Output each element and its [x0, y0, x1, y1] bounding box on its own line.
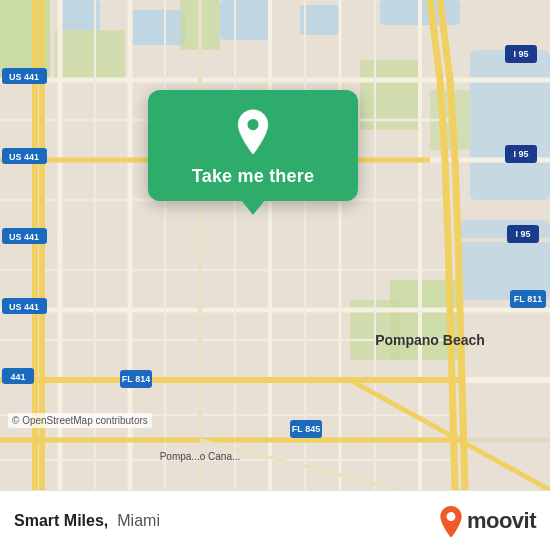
moovit-logo: moovit [437, 505, 536, 537]
svg-point-72 [446, 512, 455, 521]
copyright-notice: © OpenStreetMap contributors [8, 413, 152, 428]
svg-text:US 441: US 441 [9, 72, 39, 82]
svg-text:FL 814: FL 814 [122, 374, 150, 384]
svg-text:441: 441 [10, 372, 25, 382]
app-city: Miami [117, 512, 160, 530]
location-popup[interactable]: Take me there [148, 90, 358, 201]
svg-text:US 441: US 441 [9, 152, 39, 162]
moovit-pin-icon [437, 505, 465, 537]
app-name: Smart Miles, [14, 512, 108, 530]
svg-text:I 95: I 95 [513, 49, 528, 59]
take-me-there-label: Take me there [192, 166, 314, 187]
svg-rect-3 [220, 0, 270, 40]
svg-rect-6 [470, 50, 550, 200]
svg-text:Pompano Beach: Pompano Beach [375, 332, 485, 348]
svg-rect-2 [130, 10, 185, 45]
svg-text:FL 845: FL 845 [292, 424, 320, 434]
svg-text:FL 811: FL 811 [514, 294, 542, 304]
bottom-bar: Smart Miles, Miami moovit [0, 490, 550, 550]
moovit-label: moovit [467, 508, 536, 534]
location-pin-icon [229, 108, 277, 156]
svg-text:Pompa...o Cana...: Pompa...o Cana... [160, 451, 241, 462]
svg-text:I 95: I 95 [513, 149, 528, 159]
svg-text:I 95: I 95 [515, 229, 530, 239]
map-view: US 441 US 441 US 441 US 441 441 I 95 I 9… [0, 0, 550, 490]
svg-rect-9 [55, 30, 125, 80]
svg-text:US 441: US 441 [9, 232, 39, 242]
svg-text:US 441: US 441 [9, 302, 39, 312]
svg-point-71 [246, 118, 259, 131]
